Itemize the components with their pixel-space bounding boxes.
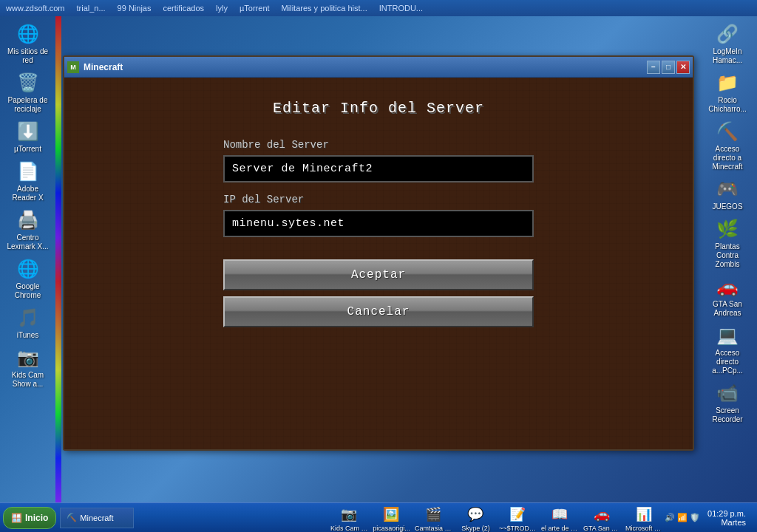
desktop-icon-itunes[interactable]: 🎵 iTunes [3, 304, 53, 342]
google-chrome-label: Google Chrome [4, 282, 52, 300]
utorrent-icon: ⬇️ [16, 120, 40, 143]
camtasia-tb-icon: 🎬 [423, 504, 444, 525]
taskbar-clock: 01:29 p.m. Martes [703, 509, 750, 527]
taskbar-icon-camtasia-tb[interactable]: 🎬 Camtasia Studio 7 ... [413, 502, 454, 533]
centro-lexmark-icon: 🖨️ [16, 208, 40, 232]
desktop-icon-gta-san-andreas[interactable]: 🚗 GTA San Andreas [702, 273, 753, 320]
logme-hamac-label: LogMeIn Hamac... [704, 47, 751, 65]
skype-tb-label: Skype (2) [457, 525, 495, 532]
clock-time: 01:29 p.m. [707, 509, 746, 518]
rocio-chicharro-label: Rocio Chicharro... [704, 96, 751, 114]
desktop-icon-plantas-zombis[interactable]: 🌿 Plantas Contra Zombis [702, 215, 753, 271]
acceso-directo-mc-label: Acceso directo a Minecraft [704, 145, 751, 171]
desktop-icon-logme-hamac[interactable]: 🔗 LogMeIn Hamac... [702, 20, 753, 67]
introdu-tb-icon: 📝 [507, 504, 528, 525]
start-label: Inicio [25, 513, 48, 523]
taskbar-bottom: 🪟 Inicio ⛏️ Minecraft 📷 Kids Cam Show a.… [0, 502, 757, 532]
server-name-label: Nombre del Server [223, 139, 534, 151]
utorrent-label: µTorrent [14, 145, 41, 154]
close-button[interactable]: ✕ [676, 61, 690, 74]
desktop-icon-google-chrome[interactable]: 🌐 Google Chrome [3, 255, 53, 302]
taskbar-icon-kids-cam-tb[interactable]: 📷 Kids Cam Show a... [329, 502, 370, 533]
mis-sitios-red-icon: 🌐 [16, 22, 40, 46]
desktop-icon-acceso-directo-mc[interactable]: ⛏️ Acceso directo a Minecraft [702, 117, 753, 174]
desktop-icon-papelera[interactable]: 🗑️ Papelera de reciclaje [3, 69, 53, 116]
minecraft-icon: M [67, 61, 79, 73]
kids-cam-label: Kids Cam Show a... [4, 371, 52, 389]
arte-amar-tb-label: el arte de amar ca... [541, 525, 579, 532]
server-ip-section: IP del Server [223, 194, 534, 237]
ms-office-tb-icon: 📊 [634, 504, 654, 525]
papelera-label: Papelera de reciclaje [4, 96, 52, 114]
adobe-reader-icon: 📄 [16, 160, 40, 183]
top-tab-item[interactable]: Militares y politica hist... [276, 2, 373, 14]
desktop-icon-utorrent[interactable]: ⬇️ µTorrent [3, 117, 53, 156]
server-ip-input[interactable] [223, 210, 534, 237]
centro-lexmark-label: Centro Lexmark X... [4, 233, 52, 251]
taskbar-icon-gta-tb[interactable]: 🚗 GTA San Andreas [582, 502, 622, 533]
minecraft-taskbar-item[interactable]: ⛏️ Minecraft [60, 508, 134, 528]
desktop-icon-acceso-directo-pc[interactable]: 💻 Acceso directo a...PCp... [702, 321, 753, 378]
minecraft-taskbar-label: Minecraft [80, 514, 113, 522]
rocio-chicharro-icon: 📁 [716, 71, 739, 95]
taskbar-icon-skype-tb[interactable]: 💬 Skype (2) [455, 502, 496, 533]
top-tab-item[interactable]: trial_n... [70, 2, 111, 14]
desktop-icons-left: 🌐 Mis sitios de red 🗑️ Papelera de recic… [0, 16, 55, 488]
gta-tb-icon: 🚗 [591, 504, 612, 525]
clock-day: Martes [707, 518, 746, 527]
taskbar-icon-arte-amar-tb[interactable]: 📖 el arte de amar ca... [540, 502, 580, 533]
itunes-label: iTunes [17, 331, 39, 340]
kids-cam-tb-label: Kids Cam Show a... [330, 525, 368, 532]
rainbow-strip [55, 16, 61, 502]
restore-button[interactable]: □ [662, 61, 675, 74]
picasa-tb-icon: 🖼️ [381, 504, 401, 525]
taskbar-icon-picasa-tb[interactable]: 🖼️ picasaorigi... [371, 502, 412, 533]
desktop-icon-mis-sitios-red[interactable]: 🌐 Mis sitios de red [3, 20, 53, 67]
cancel-button[interactable]: Cancelar [223, 296, 534, 327]
start-button[interactable]: 🪟 Inicio [3, 507, 56, 529]
itunes-icon: 🎵 [16, 306, 40, 330]
screen-recorder-label: Screen Recorder [704, 406, 751, 424]
plantas-zombis-icon: 🌿 [716, 217, 739, 241]
desktop-icon-kids-cam[interactable]: 📷 Kids Cam Show a... [3, 344, 53, 391]
minecraft-taskbar-icon: ⛏️ [67, 513, 77, 522]
form-buttons: Aceptar Cancelar [223, 259, 534, 327]
desktop-icon-adobe-reader[interactable]: 📄 Adobe Reader X [3, 157, 53, 205]
arte-amar-tb-icon: 📖 [549, 504, 570, 525]
top-tab-item[interactable]: µTorrent [234, 2, 276, 14]
desktop-icon-rocio-chicharro[interactable]: 📁 Rocio Chicharro... [702, 69, 753, 116]
watermark: www.zdsoft.com [0, 2, 70, 14]
google-chrome-icon: 🌐 [16, 257, 40, 281]
server-ip-label: IP del Server [223, 194, 534, 205]
tray-icons: 🔊 📶 🛡️ [665, 513, 700, 522]
juegos-label: JUEGOS [712, 202, 742, 211]
desktop-icon-screen-recorder[interactable]: 📹 Screen Recorder [702, 379, 753, 426]
adobe-reader-label: Adobe Reader X [4, 185, 52, 202]
window-titlebar: M Minecraft − □ ✕ [64, 57, 693, 78]
accept-button[interactable]: Aceptar [223, 259, 534, 290]
top-tab-item[interactable]: certificados [157, 2, 210, 14]
windows-icon: 🪟 [11, 513, 22, 523]
picasa-tb-label: picasaorigi... [373, 525, 410, 532]
top-tab-item[interactable]: lyly [210, 2, 234, 14]
logme-hamac-icon: 🔗 [716, 22, 739, 46]
plantas-zombis-label: Plantas Contra Zombis [704, 242, 751, 269]
minimize-button[interactable]: − [647, 61, 660, 74]
top-tab-item[interactable]: 99 Ninjas [112, 2, 157, 14]
introdu-tb-label: ~~$TRODU... [499, 525, 537, 532]
acceso-directo-pc-label: Acceso directo a...PCp... [704, 349, 751, 375]
desktop-icon-centro-lexmark[interactable]: 🖨️ Centro Lexmark X... [3, 206, 53, 253]
taskbar-icon-introdu-tb[interactable]: 📝 ~~$TRODU... [498, 502, 538, 533]
desktop: www.zdsoft.com trial_n...99 Ninjascertif… [0, 0, 757, 532]
window-title: Minecraft [84, 62, 647, 72]
server-name-input[interactable] [223, 155, 534, 183]
desktop-icon-juegos[interactable]: 🎮 JUEGOS [702, 175, 753, 214]
window-controls: − □ ✕ [647, 61, 690, 74]
juegos-icon: 🎮 [716, 177, 739, 201]
taskbar-icon-ms-office-tb[interactable]: 📊 Microsoft Office W... [624, 502, 665, 533]
screen-recorder-icon: 📹 [716, 381, 739, 405]
gta-san-andreas-icon: 🚗 [716, 275, 739, 299]
taskbar-top: www.zdsoft.com trial_n...99 Ninjascertif… [0, 0, 757, 16]
camtasia-tb-label: Camtasia Studio 7 ... [415, 525, 452, 532]
top-tab-item[interactable]: INTRODU... [373, 2, 429, 14]
